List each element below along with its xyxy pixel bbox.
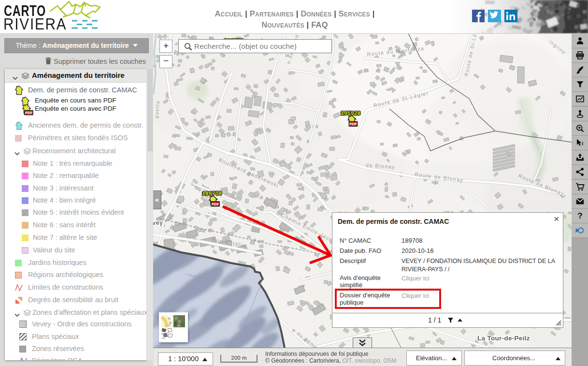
- svg-text:PDF: PDF: [25, 111, 32, 115]
- svg-text:189708: 189708: [202, 190, 222, 196]
- svg-text:?: ?: [577, 211, 582, 220]
- svg-text:195928: 195928: [341, 110, 360, 116]
- svg-text:i: i: [582, 140, 583, 146]
- svg-text:PDF: PDF: [212, 202, 219, 206]
- svg-text:La Tour-de-Peilz: La Tour-de-Peilz: [477, 335, 530, 342]
- svg-text:vey: vey: [153, 219, 163, 226]
- svg-text:PDF: PDF: [349, 122, 357, 126]
